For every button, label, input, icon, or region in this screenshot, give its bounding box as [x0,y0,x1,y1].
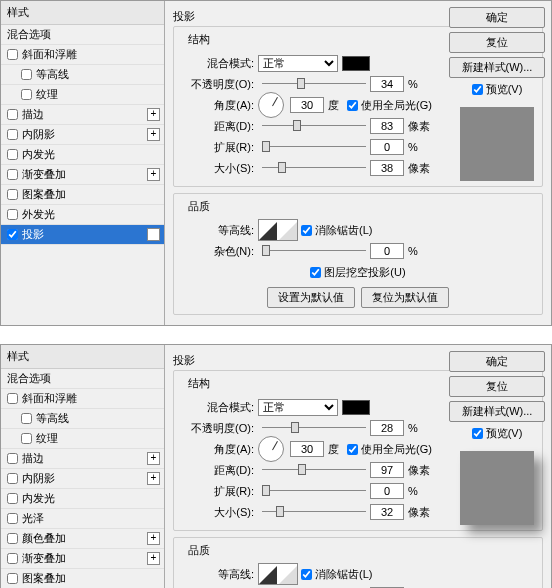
color-swatch[interactable] [342,400,370,415]
angle-dial[interactable] [258,436,284,462]
gradient-checkbox[interactable] [7,553,18,564]
sidebar-item-gradient[interactable]: 渐变叠加+ [1,165,164,185]
sidebar-item-gradient[interactable]: 渐变叠加+ [1,549,164,569]
pattern-checkbox[interactable] [7,189,18,200]
pattern-checkbox[interactable] [7,573,18,584]
sidebar-item-satin[interactable]: 光泽 [1,509,164,529]
dropshadow-checkbox[interactable] [7,229,18,240]
noise-value[interactable]: 0 [370,243,404,259]
quality-group: 品质 等高线:消除锯齿(L) 杂色(N):0% 图层挖空投影(U) 设置为默认值… [173,537,543,588]
layer-style-panel-1: 样式 混合选项 斜面和浮雕 等高线 纹理 描边+ 内阴影+ 内发光 渐变叠加+ … [0,0,552,326]
cancel-button[interactable]: 复位 [449,32,545,53]
contour-picker[interactable] [258,219,298,241]
plus-icon[interactable]: + [147,108,160,121]
opacity-value[interactable]: 28 [370,420,404,436]
size-slider[interactable] [262,505,366,519]
sidebar-item-innershadow[interactable]: 内阴影+ [1,125,164,145]
innershadow-checkbox[interactable] [7,129,18,140]
sidebar-item-pattern[interactable]: 图案叠加 [1,185,164,205]
angle-value[interactable]: 30 [290,441,324,457]
size-value[interactable]: 38 [370,160,404,176]
sidebar-item-contour[interactable]: 等高线 [1,409,164,429]
spread-value[interactable]: 0 [370,483,404,499]
angle-dial[interactable] [258,92,284,118]
ok-button[interactable]: 确定 [449,351,545,372]
set-default-button[interactable]: 设置为默认值 [267,287,355,308]
blend-options-item[interactable]: 混合选项 [1,25,164,45]
plus-icon[interactable]: + [147,168,160,181]
blend-mode-select[interactable]: 正常 [258,55,338,72]
color-checkbox[interactable] [7,533,18,544]
opacity-slider[interactable] [262,77,366,91]
plus-icon[interactable]: + [147,452,160,465]
preview-checkbox[interactable] [472,428,483,439]
opacity-slider[interactable] [262,421,366,435]
color-swatch[interactable] [342,56,370,71]
stroke-checkbox[interactable] [7,453,18,464]
noise-slider[interactable] [262,244,366,258]
sidebar-item-stroke[interactable]: 描边+ [1,105,164,125]
innerglow-checkbox[interactable] [7,493,18,504]
sidebar-item-bevel[interactable]: 斜面和浮雕 [1,45,164,65]
plus-icon[interactable]: + [147,552,160,565]
sidebar-item-texture[interactable]: 纹理 [1,429,164,449]
spread-value[interactable]: 0 [370,139,404,155]
sidebar-item-label: 斜面和浮雕 [22,47,158,62]
size-slider[interactable] [262,161,366,175]
reset-default-button[interactable]: 复位为默认值 [361,287,449,308]
texture-checkbox[interactable] [21,89,32,100]
blend-mode-select[interactable]: 正常 [258,399,338,416]
sidebar-item-texture[interactable]: 纹理 [1,85,164,105]
group-title: 品质 [184,199,214,214]
sidebar-item-stroke[interactable]: 描边+ [1,449,164,469]
cancel-button[interactable]: 复位 [449,376,545,397]
distance-slider[interactable] [262,463,366,477]
distance-value[interactable]: 83 [370,118,404,134]
plus-icon[interactable]: + [147,532,160,545]
innershadow-checkbox[interactable] [7,473,18,484]
contour-checkbox[interactable] [21,413,32,424]
distance-slider[interactable] [262,119,366,133]
global-light-checkbox[interactable] [347,444,358,455]
sidebar-item-color[interactable]: 颜色叠加+ [1,529,164,549]
bevel-checkbox[interactable] [7,49,18,60]
sidebar-item-pattern[interactable]: 图案叠加 [1,569,164,588]
sidebar-item-label: 投影 [22,227,158,242]
plus-icon[interactable]: + [147,128,160,141]
innerglow-checkbox[interactable] [7,149,18,160]
size-value[interactable]: 32 [370,504,404,520]
contour-picker[interactable] [258,563,298,585]
sidebar-item-innershadow[interactable]: 内阴影+ [1,469,164,489]
preview-checkbox[interactable] [472,84,483,95]
antialias-checkbox[interactable] [301,225,312,236]
sidebar-item-outerglow[interactable]: 外发光 [1,205,164,225]
right-buttons: 确定 复位 新建样式(W)... 预览(V) [449,351,545,535]
sidebar-item-dropshadow[interactable]: 投影+ [1,225,164,245]
sidebar-item-contour[interactable]: 等高线 [1,65,164,85]
spread-slider[interactable] [262,484,366,498]
outerglow-checkbox[interactable] [7,209,18,220]
sidebar-item-innerglow[interactable]: 内发光 [1,489,164,509]
blend-options-item[interactable]: 混合选项 [1,369,164,389]
sidebar-item-innerglow[interactable]: 内发光 [1,145,164,165]
global-light-checkbox[interactable] [347,100,358,111]
contour-checkbox[interactable] [21,69,32,80]
gradient-checkbox[interactable] [7,169,18,180]
angle-value[interactable]: 30 [290,97,324,113]
plus-icon[interactable]: + [147,228,160,241]
bevel-checkbox[interactable] [7,393,18,404]
opacity-value[interactable]: 34 [370,76,404,92]
spread-slider[interactable] [262,140,366,154]
new-style-button[interactable]: 新建样式(W)... [449,57,545,78]
stroke-checkbox[interactable] [7,109,18,120]
sidebar-item-bevel[interactable]: 斜面和浮雕 [1,389,164,409]
ok-button[interactable]: 确定 [449,7,545,28]
texture-checkbox[interactable] [21,433,32,444]
satin-checkbox[interactable] [7,513,18,524]
new-style-button[interactable]: 新建样式(W)... [449,401,545,422]
distance-value[interactable]: 97 [370,462,404,478]
knockout-checkbox[interactable] [310,267,321,278]
plus-icon[interactable]: + [147,472,160,485]
antialias-checkbox[interactable] [301,569,312,580]
angle-label: 角度(A): [182,98,254,113]
